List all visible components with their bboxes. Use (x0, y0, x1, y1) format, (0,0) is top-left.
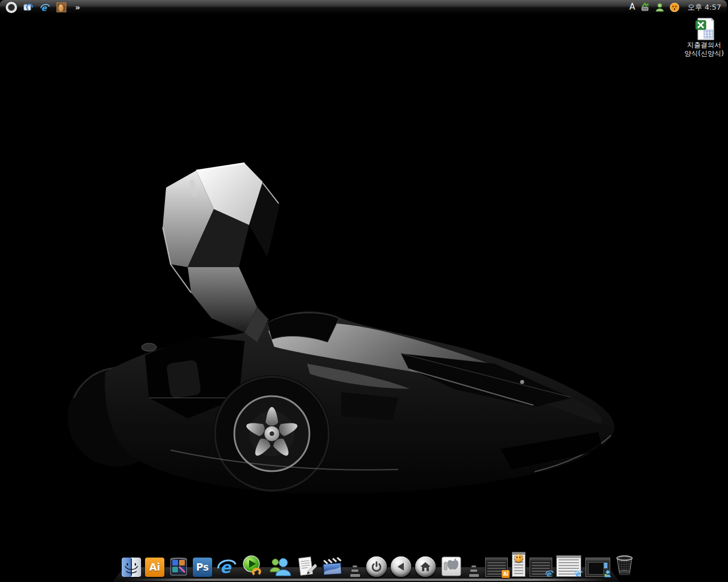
messenger-smiley-badge (515, 554, 523, 562)
internet-explorer-icon[interactable]: e (40, 2, 50, 13)
dock-item-window-messenger-chat[interactable] (585, 558, 610, 577)
dock-shelf-lip (124, 579, 609, 581)
dock-item-window-ie-dark[interactable]: e (530, 558, 552, 577)
dock-item-finder[interactable] (122, 558, 141, 577)
menubar-launch-icons: e » (6, 2, 80, 13)
ie-badge: e (545, 569, 554, 578)
finder-icon (122, 558, 141, 577)
outlook-express-icon[interactable] (23, 2, 34, 13)
dock-item-internet-explorer[interactable]: e (216, 556, 238, 577)
msn-messenger-icon (268, 556, 291, 577)
dock-item-back[interactable] (391, 556, 411, 577)
launcher-ring-icon[interactable] (6, 2, 17, 13)
messenger-buddy-icon[interactable] (655, 2, 665, 13)
dock-item-media-player[interactable] (242, 555, 264, 577)
window-thumbnail: e (556, 555, 581, 577)
window-thumbnail: Ai (485, 558, 508, 577)
dock-item-movie-editor[interactable] (321, 556, 344, 577)
text-document-icon (295, 556, 317, 577)
recycle-bin-icon (614, 554, 635, 577)
dock-item-power[interactable] (366, 556, 387, 577)
desktop-icon-excel-expense-form[interactable]: 지출결의서 양식(신양식) (681, 17, 727, 58)
movie-clapperboard-icon (321, 556, 344, 577)
window-thumbnail: e (530, 558, 552, 577)
removable-device-icon[interactable] (640, 2, 650, 13)
top-menubar: e » A 오후 4:57 (0, 0, 727, 14)
dock-road-marks (348, 558, 362, 577)
alarm-smiley-icon[interactable] (669, 2, 680, 13)
media-player-icon (242, 555, 264, 577)
power-button-icon (366, 556, 387, 577)
dock-item-illustrator[interactable]: Ai (145, 558, 164, 577)
photoshop-glyph: Ps (196, 562, 209, 573)
desktop-icon-label-line1: 지출결의서 (687, 41, 721, 49)
menubar-overflow-chevron[interactable]: » (75, 3, 80, 12)
dock-item-window-ie-page[interactable]: e (556, 555, 581, 577)
app-stack-cube-icon (168, 556, 189, 577)
excel-document-icon (693, 17, 715, 41)
dock-item-recycle-bin[interactable] (614, 554, 635, 577)
illustrator-badge: Ai (502, 570, 510, 578)
window-thumbnail (512, 552, 526, 577)
dock-item-text-document[interactable] (295, 556, 317, 577)
tray-clock[interactable]: 오후 4:57 (688, 2, 721, 13)
dock-item-window-messenger-list[interactable] (512, 552, 526, 577)
picture-viewer-icon[interactable] (56, 2, 67, 13)
messenger-buddy-badge (603, 569, 612, 578)
photoshop-icon: Ps (193, 558, 212, 577)
apple-software-box-icon (440, 555, 462, 577)
desktop-icon-label-line2: 양식(신양식) (684, 49, 723, 58)
ie-badge: e (574, 569, 583, 578)
dock-item-apple-box[interactable] (440, 555, 462, 577)
home-button-icon (415, 556, 436, 577)
window-thumbnail (585, 558, 610, 577)
ime-indicator[interactable]: A (629, 3, 635, 11)
internet-explorer-icon: e (216, 556, 238, 577)
dock-icons-row: Ai Ps e (122, 552, 635, 577)
dock-item-window-illustrator[interactable]: Ai (485, 558, 508, 577)
wallpaper-lamborghini (0, 0, 728, 582)
dock-item-msn-messenger[interactable] (268, 556, 291, 577)
dock: Ai Ps e (0, 548, 728, 582)
illustrator-icon: Ai (145, 558, 164, 577)
dock-item-home[interactable] (415, 556, 436, 577)
menubar-tray: A 오후 4:57 (629, 2, 721, 13)
back-button-icon (391, 556, 411, 577)
dock-road-marks (466, 558, 481, 577)
dock-item-app-stack[interactable] (168, 556, 189, 577)
illustrator-glyph: Ai (150, 562, 160, 573)
dock-item-photoshop[interactable]: Ps (193, 558, 212, 577)
